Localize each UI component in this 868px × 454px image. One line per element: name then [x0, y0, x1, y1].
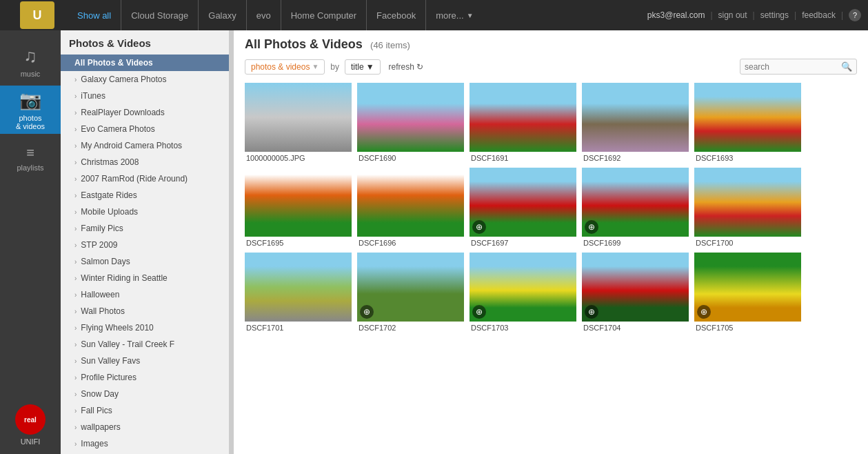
item-count: (46 items)	[370, 40, 410, 50]
expand-arrow: ›	[74, 258, 77, 266]
settings-link[interactable]: settings	[760, 10, 789, 20]
sidebar-item-13[interactable]: ›Winter Riding in Seattle	[61, 270, 229, 286]
sidebar-item-16[interactable]: ›Flying Wheels 2010	[61, 319, 229, 336]
photo-card-6[interactable]: DSCF1696	[357, 168, 464, 247]
photo-card-14[interactable]: ⊕DSCF1705	[694, 253, 801, 332]
photo-label-8: DSCF1699	[582, 239, 689, 247]
playlists-label: playlists	[17, 164, 43, 172]
photo-label-13: DSCF1704	[582, 324, 689, 332]
sidebar-item-0[interactable]: All Photos & Videos	[61, 55, 229, 71]
sidebar-item-8[interactable]: ›Eastgate Rides	[61, 187, 229, 204]
sidebar-item-21[interactable]: ›Fall Pics	[61, 402, 229, 419]
photo-label-7: DSCF1697	[470, 239, 576, 247]
sidebar-item-11[interactable]: ›STP 2009	[61, 237, 229, 253]
photo-card-1[interactable]: DSCF1690	[357, 83, 464, 162]
photo-thumb-3	[582, 83, 689, 152]
sidebar-item-playlists[interactable]: ≡ playlists	[0, 134, 61, 182]
expand-arrow: ›	[74, 241, 77, 249]
nav-show-all[interactable]: Show all	[68, 0, 121, 30]
photo-card-4[interactable]: DSCF1693	[694, 83, 801, 162]
unifi-label: UNIFI	[15, 437, 46, 446]
feedback-link[interactable]: feedback	[802, 10, 836, 20]
expand-arrow: ›	[74, 208, 77, 216]
sidebar-item-20[interactable]: ›Snow Day	[61, 386, 229, 402]
playlists-icon: ≡	[26, 145, 34, 161]
sign-out-link[interactable]: sign out	[718, 10, 747, 20]
nav-cloud-storage[interactable]: Cloud Storage	[121, 0, 199, 30]
sidebar-item-12[interactable]: ›Salmon Days	[61, 253, 229, 270]
sidebar-item-10[interactable]: ›Family Pics	[61, 220, 229, 237]
expand-arrow: ›	[74, 324, 77, 332]
photo-card-7[interactable]: ⊕DSCF1697	[470, 168, 576, 247]
photo-card-9[interactable]: DSCF1700	[694, 168, 801, 247]
expand-arrow: ›	[74, 291, 77, 299]
sidebar-item-14[interactable]: ›Halloween	[61, 286, 229, 303]
search-input[interactable]	[745, 62, 841, 72]
photo-card-11[interactable]: ⊕DSCF1702	[357, 253, 464, 332]
upload-badge-14: ⊕	[697, 305, 711, 319]
sidebar-item-music[interactable]: ♫ music	[0, 37, 61, 86]
sidebar-item-5[interactable]: ›My Android Camera Photos	[61, 137, 229, 154]
filter-bar: photos & videos ▼ by title ▼ refresh ↻ 🔍	[245, 59, 857, 75]
photo-card-5[interactable]: DSCF1695	[245, 168, 352, 247]
photo-thumb-6	[357, 168, 464, 237]
expand-arrow: ›	[74, 92, 77, 100]
refresh-icon: ↻	[416, 62, 423, 72]
photo-card-12[interactable]: ⊕DSCF1703	[470, 253, 576, 332]
upload-badge-12: ⊕	[472, 305, 486, 319]
photo-thumb-13: ⊕	[582, 253, 689, 322]
icon-sidebar: ♫ music 📷 photos & videos ≡ playlists re…	[0, 30, 61, 454]
search-box[interactable]: 🔍	[740, 59, 857, 75]
sidebar-item-6[interactable]: ›Christmas 2008	[61, 154, 229, 170]
refresh-button[interactable]: refresh ↻	[389, 62, 423, 72]
sidebar-item-23[interactable]: ›Images	[61, 435, 229, 452]
expand-arrow: ›	[74, 192, 77, 199]
photo-card-2[interactable]: DSCF1691	[470, 83, 576, 162]
sidebar-item-15[interactable]: ›Wall Photos	[61, 303, 229, 319]
photo-label-2: DSCF1691	[470, 154, 576, 162]
help-button[interactable]: ?	[849, 9, 861, 21]
search-icon: 🔍	[841, 61, 852, 72]
upload-badge-11: ⊕	[360, 305, 374, 319]
photo-grid: 1000000005.JPGDSCF1690DSCF1691DSCF1692DS…	[245, 83, 857, 332]
sidebar-item-4[interactable]: ›Evo Camera Photos	[61, 121, 229, 137]
sidebar-item-3[interactable]: ›RealPlayer Downloads	[61, 104, 229, 121]
photo-thumb-1	[357, 83, 464, 152]
expand-arrow: ›	[74, 126, 77, 133]
filter-sort-button[interactable]: title ▼	[345, 59, 381, 75]
content-title-area: All Photos & Videos (46 items)	[245, 37, 410, 52]
sidebar-item-1[interactable]: ›Galaxy Camera Photos	[61, 71, 229, 88]
nav-facebook[interactable]: Facebook	[367, 0, 426, 30]
photo-thumb-8: ⊕	[582, 168, 689, 237]
sidebar-item-9[interactable]: ›Mobile Uploads	[61, 204, 229, 220]
sidebar-item-7[interactable]: ›2007 RamRod (Ride Around)	[61, 170, 229, 187]
filter-type-button[interactable]: photos & videos ▼	[245, 59, 325, 75]
nav-home-computer[interactable]: Home Computer	[281, 0, 367, 30]
photo-thumb-2	[470, 83, 576, 152]
expand-arrow: ›	[74, 142, 77, 150]
expand-arrow: ›	[74, 109, 77, 117]
nav-more[interactable]: more... ▼	[426, 0, 483, 30]
music-label: music	[21, 70, 41, 78]
sidebar-item-22[interactable]: ›wallpapers	[61, 419, 229, 435]
photo-label-11: DSCF1702	[357, 324, 464, 332]
sidebar-item-photos[interactable]: 📷 photos & videos	[0, 86, 61, 134]
photo-card-10[interactable]: DSCF1701	[245, 253, 352, 332]
sidebar-item-2[interactable]: ›iTunes	[61, 88, 229, 104]
upload-badge-13: ⊕	[585, 305, 598, 319]
photo-card-0[interactable]: 1000000005.JPG	[245, 83, 352, 162]
photo-card-13[interactable]: ⊕DSCF1704	[582, 253, 689, 332]
sidebar-item-18[interactable]: ›Sun Valley Favs	[61, 353, 229, 369]
nav-evo[interactable]: evo	[247, 0, 281, 30]
photo-thumb-7: ⊕	[470, 168, 576, 237]
photo-card-3[interactable]: DSCF1692	[582, 83, 689, 162]
sidebar-item-17[interactable]: ›Sun Valley - Trail Creek F	[61, 336, 229, 353]
expand-arrow: ›	[74, 391, 77, 398]
sidebar-item-19[interactable]: ›Profile Pictures	[61, 369, 229, 386]
nav-galaxy[interactable]: Galaxy	[199, 0, 246, 30]
photo-thumb-10	[245, 253, 352, 322]
photo-card-8[interactable]: ⊕DSCF1699	[582, 168, 689, 247]
user-area: pks3@real.com | sign out | settings | fe…	[647, 9, 861, 21]
content-sidebar: Photos & Videos All Photos & Videos›Gala…	[61, 30, 230, 454]
photo-label-0: 1000000005.JPG	[245, 154, 352, 162]
